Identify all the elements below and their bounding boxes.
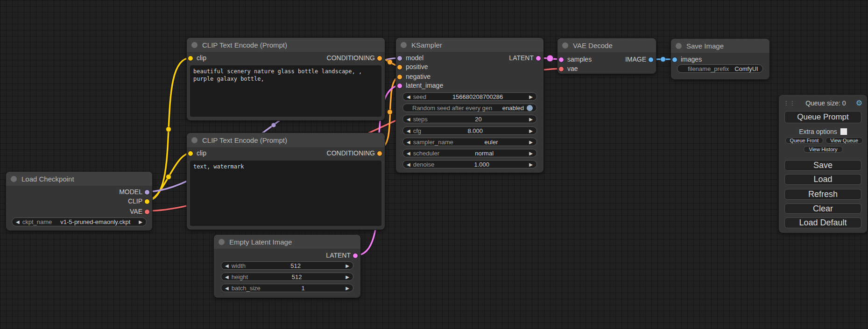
scheduler-widget[interactable]: ◀ scheduler normal ▶ <box>402 149 537 157</box>
collapse-dot-icon[interactable] <box>562 42 568 49</box>
link-dot[interactable] <box>271 123 276 127</box>
node-save-image[interactable]: Save Image images filename_prefix ComfyU… <box>671 39 769 79</box>
queue-front-button[interactable]: Queue Front <box>785 137 823 144</box>
view-history-button[interactable]: View History <box>804 146 843 153</box>
load-default-button[interactable]: Load Default <box>784 217 861 228</box>
link-dot[interactable] <box>547 55 553 62</box>
slot-row: samples IMAGE <box>557 55 656 64</box>
model-output-dot[interactable] <box>145 190 149 195</box>
collapse-dot-icon[interactable] <box>219 239 225 245</box>
latent-output-dot[interactable] <box>536 56 541 61</box>
stepper-left-icon[interactable]: ◀ <box>407 140 410 145</box>
node-title-bar[interactable]: Load Checkpoint <box>6 172 152 186</box>
node-clip-text-encode-negative[interactable]: CLIP Text Encode (Prompt) clip CONDITION… <box>187 133 385 230</box>
node-title-bar[interactable]: Empty Latent Image <box>214 235 360 249</box>
conditioning-output-dot[interactable] <box>377 151 382 156</box>
stepper-right-icon[interactable]: ▶ <box>529 140 533 145</box>
node-title-bar[interactable]: CLIP Text Encode (Prompt) <box>187 133 385 147</box>
save-button[interactable]: Save <box>784 160 861 171</box>
stepper-left-icon[interactable]: ◀ <box>407 94 410 99</box>
stepper-left-icon[interactable]: ◀ <box>407 162 410 167</box>
toggle-enabled-icon[interactable] <box>527 105 533 111</box>
link-dot[interactable] <box>388 60 393 65</box>
images-input-dot[interactable] <box>672 57 677 62</box>
output-slot-clip: CLIP <box>6 197 152 206</box>
slot-row: positive <box>396 63 543 71</box>
width-widget[interactable]: ◀ width 512 ▶ <box>221 261 353 270</box>
node-title: CLIP Text Encode (Prompt) <box>202 41 287 49</box>
drag-handle-icon[interactable]: ⋮⋮ <box>783 100 796 106</box>
latent-image-input-dot[interactable] <box>397 84 402 88</box>
stepper-left-icon[interactable]: ◀ <box>225 286 229 291</box>
stepper-left-icon[interactable]: ◀ <box>407 128 410 133</box>
stepper-right-icon[interactable]: ▶ <box>139 219 142 224</box>
stepper-right-icon[interactable]: ▶ <box>346 286 349 291</box>
clip-input-dot[interactable] <box>188 56 193 61</box>
node-title-bar[interactable]: Save Image <box>671 39 769 53</box>
negative-input-dot[interactable] <box>397 75 402 79</box>
clip-input-dot[interactable] <box>188 151 193 156</box>
link-dot[interactable] <box>166 175 171 180</box>
collapse-dot-icon[interactable] <box>11 176 17 182</box>
clear-button[interactable]: Clear <box>784 203 861 214</box>
node-ksampler[interactable]: KSampler model LATENT positive negative … <box>396 38 543 173</box>
positive-prompt-textarea[interactable]: beautiful scenery nature glass bottle la… <box>190 65 381 117</box>
conditioning-output-dot[interactable] <box>377 56 382 61</box>
height-widget[interactable]: ◀ height 512 ▶ <box>221 273 353 281</box>
ckpt-name-widget[interactable]: ◀ ckpt_name v1-5-pruned-emaonly.ckpt ▶ <box>12 217 147 226</box>
denoise-widget[interactable]: ◀ denoise 1.000 ▶ <box>402 160 537 168</box>
node-empty-latent-image[interactable]: Empty Latent Image LATENT ◀ width 512 ▶ … <box>214 235 360 298</box>
slot-row: model LATENT <box>396 54 543 63</box>
queue-prompt-button[interactable]: Queue Prompt <box>784 111 861 123</box>
steps-widget[interactable]: ◀ steps 20 ▶ <box>402 115 537 123</box>
node-title-bar[interactable]: VAE Decode <box>557 38 656 52</box>
link-dot[interactable] <box>166 127 171 132</box>
random-seed-toggle-widget[interactable]: Random seed after every gen enabled <box>402 104 537 112</box>
collapse-dot-icon[interactable] <box>676 43 682 49</box>
stepper-left-icon[interactable]: ◀ <box>225 263 229 268</box>
sampler-name-widget[interactable]: ◀ sampler_name euler ▶ <box>402 138 537 146</box>
view-queue-button[interactable]: View Queue <box>826 137 863 144</box>
stepper-right-icon[interactable]: ▶ <box>529 128 533 133</box>
stepper-right-icon[interactable]: ▶ <box>529 94 533 99</box>
batch-size-widget[interactable]: ◀ batch_size 1 ▶ <box>221 284 353 292</box>
slot-row: clip CONDITIONING <box>187 54 385 63</box>
link-dot[interactable] <box>388 110 393 115</box>
samples-input-dot[interactable] <box>559 57 564 62</box>
positive-input-dot[interactable] <box>397 65 402 70</box>
latent-output-dot[interactable] <box>353 253 358 258</box>
refresh-button[interactable]: Refresh <box>784 189 861 200</box>
slot-row: images <box>671 55 769 64</box>
node-load-checkpoint[interactable]: Load Checkpoint MODEL CLIP VAE ◀ ckpt_na… <box>6 172 152 231</box>
node-title-bar[interactable]: CLIP Text Encode (Prompt) <box>187 38 385 52</box>
model-input-dot[interactable] <box>397 56 402 61</box>
graph-canvas[interactable]: Load Checkpoint MODEL CLIP VAE ◀ ckpt_na… <box>0 0 868 329</box>
node-vae-decode[interactable]: VAE Decode samples IMAGE vae <box>557 38 656 74</box>
seed-widget[interactable]: ◀ seed 156680208700286 ▶ <box>402 92 537 101</box>
collapse-dot-icon[interactable] <box>191 42 198 48</box>
node-clip-text-encode-positive[interactable]: CLIP Text Encode (Prompt) clip CONDITION… <box>187 38 385 120</box>
extra-options-checkbox[interactable] <box>840 128 847 135</box>
node-title-bar[interactable]: KSampler <box>396 38 543 52</box>
stepper-right-icon[interactable]: ▶ <box>529 117 533 122</box>
image-output-dot[interactable] <box>649 57 653 62</box>
clip-output-dot[interactable] <box>145 199 149 204</box>
link-dot[interactable] <box>661 57 666 62</box>
vae-output-dot[interactable] <box>145 210 149 214</box>
cfg-widget[interactable]: ◀ cfg 8.000 ▶ <box>402 126 537 135</box>
stepper-left-icon[interactable]: ◀ <box>16 219 20 224</box>
stepper-right-icon[interactable]: ▶ <box>346 274 349 280</box>
collapse-dot-icon[interactable] <box>191 137 198 143</box>
stepper-right-icon[interactable]: ▶ <box>529 162 533 167</box>
vae-input-dot[interactable] <box>559 67 564 71</box>
negative-prompt-textarea[interactable]: text, watermark <box>190 161 381 226</box>
stepper-right-icon[interactable]: ▶ <box>529 151 533 156</box>
gear-icon[interactable]: ⚙ <box>856 98 862 107</box>
load-button[interactable]: Load <box>784 174 861 185</box>
filename-prefix-widget[interactable]: filename_prefix ComfyUI <box>677 64 763 73</box>
stepper-left-icon[interactable]: ◀ <box>407 117 410 122</box>
collapse-dot-icon[interactable] <box>401 42 407 48</box>
stepper-left-icon[interactable]: ◀ <box>407 151 410 156</box>
stepper-right-icon[interactable]: ▶ <box>346 263 349 268</box>
stepper-left-icon[interactable]: ◀ <box>225 274 229 280</box>
